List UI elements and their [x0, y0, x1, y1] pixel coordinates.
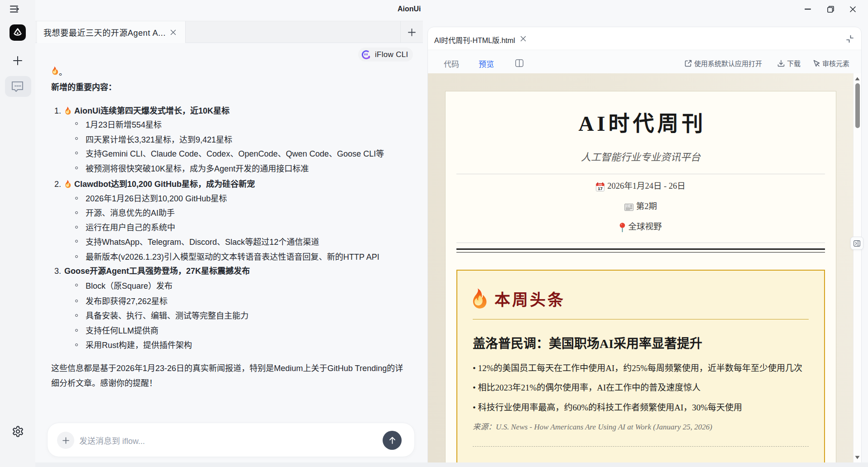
svg-text:17: 17 — [598, 186, 603, 191]
svg-text:July: July — [598, 184, 603, 186]
